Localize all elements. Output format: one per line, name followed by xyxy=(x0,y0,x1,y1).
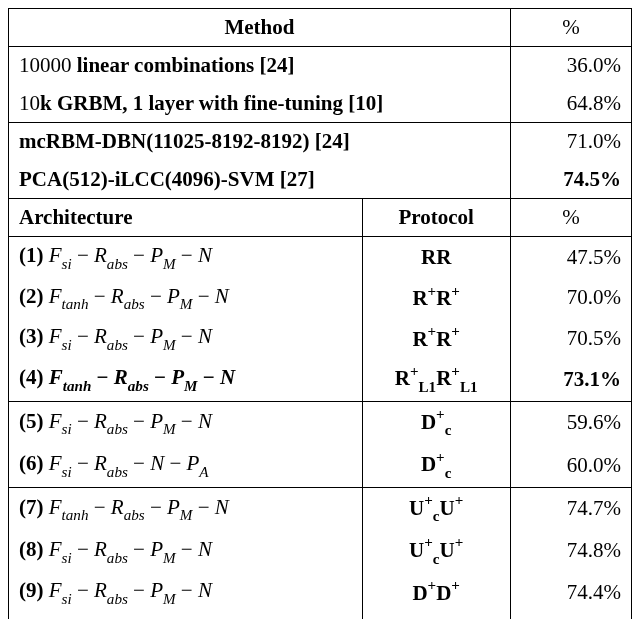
top-pct-1: 64.8% xyxy=(510,85,631,123)
pct-7: 74.7% xyxy=(510,487,631,530)
prot-9: D+D+ xyxy=(362,572,510,612)
top-bold-0: linear combinations [24] xyxy=(77,53,295,77)
pct-6: 60.0% xyxy=(510,444,631,487)
prot-6: D+c xyxy=(362,444,510,487)
header-method: Method xyxy=(9,9,511,47)
prot-7: U+cU+ xyxy=(362,487,510,530)
pct-3: 70.5% xyxy=(510,318,631,358)
prot-4: R+L1R+L1 xyxy=(362,358,510,401)
header-architecture: Architecture xyxy=(9,198,363,236)
row-3: (3) Fsi − Rabs − PM − N R+R+ 70.5% xyxy=(9,318,632,358)
pct-1: 47.5% xyxy=(510,237,631,278)
pct-9: 74.4% xyxy=(510,572,631,612)
prot-1: RR xyxy=(362,237,510,278)
row-4: (4) Ftanh − Rabs − PM − N R+L1R+L1 73.1% xyxy=(9,358,632,401)
pct-4: 73.1% xyxy=(510,358,631,401)
row-2: (2) Ftanh − Rabs − PM − N R+R+ 70.0% xyxy=(9,278,632,318)
results-table: Method % 10000 linear combinations [24] … xyxy=(8,8,632,619)
mid-pct-0: 71.0% xyxy=(510,123,631,161)
arch-10: (10) Fsi − Rabs − N − PA xyxy=(9,613,363,619)
top-row-1: 10k GRBM, 1 layer with fine-tuning [10] … xyxy=(9,85,632,123)
pct-2: 70.0% xyxy=(510,278,631,318)
arch-5: (5) Fsi − Rabs − PM − N xyxy=(9,401,363,444)
prot-2: R+R+ xyxy=(362,278,510,318)
header-row-2: Architecture Protocol % xyxy=(9,198,632,236)
row-7: (7) Ftanh − Rabs − PM − N U+cU+ 74.7% xyxy=(9,487,632,530)
pct-5: 59.6% xyxy=(510,401,631,444)
arch-7: (7) Ftanh − Rabs − PM − N xyxy=(9,487,363,530)
top-row-0: 10000 linear combinations [24] 36.0% xyxy=(9,47,632,85)
arch-4: (4) Ftanh − Rabs − PM − N xyxy=(9,358,363,401)
top-method-1: 10k GRBM, 1 layer with fine-tuning [10] xyxy=(9,85,511,123)
prot-3: R+R+ xyxy=(362,318,510,358)
arch-6: (6) Fsi − Rabs − N − PA xyxy=(9,444,363,487)
prot-5: D+c xyxy=(362,401,510,444)
header-percent: % xyxy=(510,9,631,47)
mid-method-1: PCA(512)-iLCC(4096)-SVM [27] xyxy=(9,161,511,199)
top-prefix-1: 10 xyxy=(19,91,40,115)
arch-1: (1) Fsi − Rabs − PM − N xyxy=(9,237,363,278)
row-5: (5) Fsi − Rabs − PM − N D+c 59.6% xyxy=(9,401,632,444)
top-method-0: 10000 linear combinations [24] xyxy=(9,47,511,85)
prot-10: D+cD+ xyxy=(362,613,510,619)
top-prefix-0: 10000 xyxy=(19,53,77,77)
pct-10: 75.0% xyxy=(510,613,631,619)
header-protocol: Protocol xyxy=(362,198,510,236)
prot-8: U+cU+ xyxy=(362,530,510,572)
row-8: (8) Fsi − Rabs − PM − N U+cU+ 74.8% xyxy=(9,530,632,572)
mid-method-0: mcRBM-DBN(11025-8192-8192) [24] xyxy=(9,123,511,161)
mid-pct-1: 74.5% xyxy=(510,161,631,199)
pct-8: 74.8% xyxy=(510,530,631,572)
row-6: (6) Fsi − Rabs − N − PA D+c 60.0% xyxy=(9,444,632,487)
header-row-1: Method % xyxy=(9,9,632,47)
row-10: (10) Fsi − Rabs − N − PA D+cD+ 75.0% xyxy=(9,613,632,619)
row-9: (9) Fsi − Rabs − PM − N D+D+ 74.4% xyxy=(9,572,632,612)
mid-row-1: PCA(512)-iLCC(4096)-SVM [27] 74.5% xyxy=(9,161,632,199)
row-1: (1) Fsi − Rabs − PM − N RR 47.5% xyxy=(9,237,632,278)
top-bold-1: k GRBM, 1 layer with fine-tuning [10] xyxy=(40,91,383,115)
arch-3: (3) Fsi − Rabs − PM − N xyxy=(9,318,363,358)
arch-2: (2) Ftanh − Rabs − PM − N xyxy=(9,278,363,318)
header-percent-2: % xyxy=(510,198,631,236)
arch-9: (9) Fsi − Rabs − PM − N xyxy=(9,572,363,612)
arch-8: (8) Fsi − Rabs − PM − N xyxy=(9,530,363,572)
mid-row-0: mcRBM-DBN(11025-8192-8192) [24] 71.0% xyxy=(9,123,632,161)
top-pct-0: 36.0% xyxy=(510,47,631,85)
